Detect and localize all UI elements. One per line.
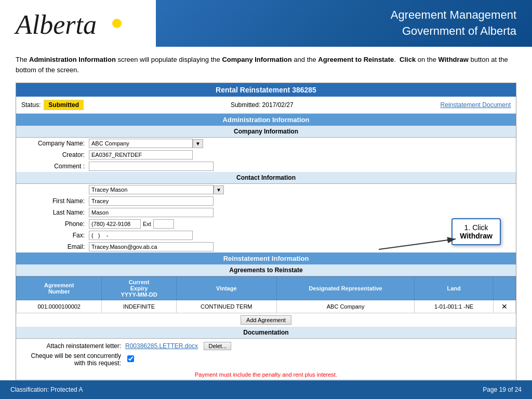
header-title-line2: Government of Alberta: [402, 23, 516, 39]
company-name-row: Company Name: ▼: [16, 138, 516, 149]
footer: Classification: Protected A Page 19 of 2…: [0, 380, 532, 399]
col-designated-rep: Designated Representative: [277, 277, 415, 300]
doc-section: Attach reinstatement letter: R00386285.L…: [16, 339, 516, 370]
cell-expiry: INDEFINITE: [102, 300, 176, 313]
admin-info-header: Administration Information: [16, 114, 516, 126]
last-name-input[interactable]: [89, 208, 214, 217]
last-name-row: Last Name:: [16, 207, 516, 218]
col-action: [493, 277, 515, 300]
attach-link[interactable]: R00386285.LETTER.docx: [125, 342, 198, 350]
cheque-label: Cheque will be sent concurrently with th…: [21, 352, 125, 367]
svg-text:Alberta: Alberta: [14, 10, 97, 39]
status-bar: Status: Submitted Submitted: 2017/02/27 …: [16, 97, 516, 114]
phone-row: Phone: Ext: [16, 218, 516, 230]
table-row: 001.0000100002 INDEFINITE CONTINUED TERM…: [17, 300, 516, 313]
contact-select-input[interactable]: [89, 185, 214, 194]
intro-bold5: Withdraw: [438, 56, 469, 63]
intro-bold2: Company Information: [222, 56, 291, 63]
form-title-bar: Rental Reinstatement 386285: [16, 83, 516, 97]
status-label: Status:: [21, 101, 41, 109]
cell-delete: ✕: [493, 300, 515, 313]
header-title-area: Agreement Management Government of Alber…: [156, 0, 532, 47]
first-name-input[interactable]: [89, 196, 214, 206]
contact-dropdown-arrow: ▼: [214, 185, 224, 194]
col-land: Land: [415, 277, 494, 300]
intro-bold4: Click: [400, 56, 416, 63]
col-expiry: CurrentExpiryYYYY-MM-DD: [102, 277, 176, 300]
header: Alberta Agreement Management Government …: [0, 0, 532, 47]
phone-value: Ext: [89, 219, 511, 229]
company-name-label: Company Name:: [21, 140, 89, 147]
company-dropdown-arrow: ▼: [193, 139, 203, 148]
creator-row: Creator:: [16, 149, 516, 161]
contact-select-value: ▼: [89, 185, 511, 194]
fax-input[interactable]: [89, 231, 193, 240]
phone-input[interactable]: [89, 219, 141, 229]
comment-input[interactable]: [89, 162, 214, 171]
intro-section: The Administration Information screen wi…: [0, 47, 532, 80]
attach-value: R00386285.LETTER.docx Delet...: [125, 342, 231, 350]
intro-bold1: Administration Information: [29, 56, 116, 63]
add-agreement-button[interactable]: Add Agreement: [241, 315, 291, 325]
alberta-logo: Alberta: [10, 4, 130, 44]
warning-text: Payment must include the penalty and ren…: [16, 370, 516, 379]
company-info-subheader: Company Information: [16, 126, 516, 138]
footer-page: Page 19 of 24: [483, 386, 522, 393]
email-label: Email:: [21, 243, 89, 250]
intro-bold3: Agreement to Reinstate: [318, 56, 394, 63]
cell-agreement-number: 001.0000100002: [17, 300, 102, 313]
first-name-row: First Name:: [16, 195, 516, 207]
ext-label: Ext: [143, 221, 151, 227]
add-agreement-row: Add Agreement: [16, 313, 516, 327]
delete-row-button[interactable]: ✕: [501, 302, 508, 311]
svg-line-2: [379, 239, 456, 249]
cheque-value: [125, 355, 134, 364]
ext-input[interactable]: [153, 219, 174, 229]
contact-select-row: ▼: [16, 184, 516, 195]
intro-paragraph: The Administration Information screen wi…: [16, 55, 516, 75]
company-name-value: ▼: [89, 139, 511, 148]
documentation-header: Documentation: [16, 327, 516, 339]
submitted-date: Submitted: 2017/02/27: [231, 101, 294, 109]
attach-label: Attach reinstatement letter:: [21, 342, 125, 350]
cheque-checkbox[interactable]: [127, 355, 134, 362]
delete-attachment-button[interactable]: Delet...: [204, 342, 231, 350]
logo-area: Alberta: [0, 0, 156, 47]
callout-box: 1. Click Withdraw: [451, 218, 501, 245]
svg-point-1: [112, 19, 122, 28]
phone-label: Phone:: [21, 220, 89, 228]
comment-row: Comment :: [16, 161, 516, 172]
status-badge: Submitted: [44, 100, 84, 110]
first-name-label: First Name:: [21, 197, 89, 205]
creator-value: [89, 150, 511, 159]
cell-designated-rep: ABC Company: [277, 300, 415, 313]
reinstatement-table: AgreementNumber CurrentExpiryYYYY-MM-DD …: [16, 276, 516, 313]
attach-row: Attach reinstatement letter: R00386285.L…: [21, 341, 511, 351]
header-title-line1: Agreement Management: [391, 7, 516, 23]
first-name-value: [89, 196, 511, 206]
creator-input[interactable]: [89, 150, 193, 159]
last-name-label: Last Name:: [21, 209, 89, 216]
comment-label: Comment :: [21, 163, 89, 170]
comment-value: [89, 162, 511, 171]
col-vintage: Vintage: [176, 277, 276, 300]
callout-line1: 1. Click: [460, 223, 493, 232]
agreements-header: Agreements to Reinstate: [16, 264, 516, 276]
callout-container: 1. Click Withdraw: [451, 218, 501, 245]
callout-arrow: [379, 229, 457, 255]
col-agreement-number: AgreementNumber: [17, 277, 102, 300]
cell-land: 1-01-001:1 -NE: [415, 300, 494, 313]
reinstatement-doc-link[interactable]: Reinstatement Document: [441, 101, 511, 109]
fax-label: Fax:: [21, 232, 89, 239]
company-name-input[interactable]: [89, 139, 193, 148]
callout-line2: Withdraw: [460, 232, 493, 240]
creator-label: Creator:: [21, 151, 89, 158]
last-name-value: [89, 208, 511, 217]
cell-vintage: CONTINUED TERM: [176, 300, 276, 313]
contact-info-subheader: Contact Information: [16, 172, 516, 184]
cheque-row: Cheque will be sent concurrently with th…: [21, 351, 511, 368]
email-input[interactable]: [89, 242, 214, 251]
footer-classification: Classification: Protected A: [10, 386, 83, 393]
